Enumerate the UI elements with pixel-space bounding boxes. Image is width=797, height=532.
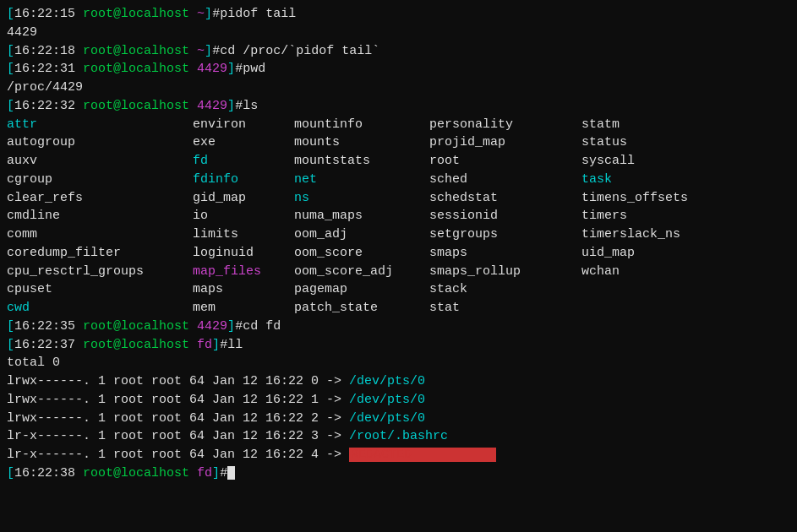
ls-item: oom_score_adj xyxy=(294,263,429,281)
ls-item: timens_offsets xyxy=(581,189,734,208)
ls-item: sessionid xyxy=(429,207,581,225)
prompt-bracket: [ xyxy=(7,7,14,21)
terminal-prompt-final[interactable]: [16:22:38 root@localhost fd]# xyxy=(7,464,790,483)
ls-item: setgroups xyxy=(429,225,581,244)
ls-item: patch_state xyxy=(294,299,429,318)
terminal-line-ll: [16:22:37 root@localhost fd]#ll xyxy=(7,336,790,355)
ls-item: net xyxy=(294,171,429,189)
ls-item: smaps_rollup xyxy=(429,263,581,281)
ls-item xyxy=(581,299,734,318)
terminal-line-1: [16:22:15 root@localhost ~]#pidof tail xyxy=(7,5,790,24)
ls-item: timers xyxy=(581,207,734,225)
terminal-line-6: [16:22:32 root@localhost 4429]#ls xyxy=(7,97,790,116)
ls-item: cwd xyxy=(7,299,193,318)
terminal-line-total: total 0 xyxy=(7,354,790,372)
ls-item: cpuset xyxy=(7,280,193,299)
ls-item: sched xyxy=(429,171,581,189)
terminal-line-4: [16:22:31 root@localhost 4429]#pwd xyxy=(7,60,790,79)
ll-row-1: lrwx------. 1 root root 64 Jan 12 16:22 … xyxy=(7,391,790,410)
ls-item: io xyxy=(193,207,294,225)
ls-item: stat xyxy=(429,299,581,318)
ls-item: root xyxy=(429,152,581,171)
ls-item: environ xyxy=(193,116,294,134)
ls-item: cmdline xyxy=(7,207,193,225)
ls-item: exe xyxy=(193,133,294,152)
ls-item: wchan xyxy=(581,263,734,281)
prompt-bracket xyxy=(189,7,197,21)
ls-item: personality xyxy=(429,116,581,134)
ls-item: timerslack_ns xyxy=(581,225,734,244)
terminal-cursor xyxy=(227,466,235,480)
ls-item: loginuid xyxy=(193,244,294,263)
terminal-line-3: [16:22:18 root@localhost ~]#cd /proc/`pi… xyxy=(7,42,790,61)
ls-item: task xyxy=(581,171,734,189)
ls-item: coredump_filter xyxy=(7,244,193,263)
ls-item xyxy=(581,280,734,299)
ls-item: oom_adj xyxy=(294,225,429,244)
ls-item: schedstat xyxy=(429,189,581,208)
ls-item: ns xyxy=(294,189,429,208)
ls-item: auxv xyxy=(7,152,193,171)
ls-item: map_files xyxy=(193,263,294,281)
ls-item: fd xyxy=(193,152,294,171)
terminal-line-5: /proc/4429 xyxy=(7,79,790,97)
prompt-user-host: root@localhost xyxy=(83,7,189,21)
ls-item: maps xyxy=(193,280,294,299)
ls-item: limits xyxy=(193,225,294,244)
ls-item: pagemap xyxy=(294,280,429,299)
prompt-hash: #pidof tail xyxy=(212,7,296,21)
redacted-target: REDACTED xyxy=(349,448,496,462)
ls-item-clear-refs: clear_refs xyxy=(7,189,193,208)
ls-item: uid_map xyxy=(581,244,734,263)
ls-output: attr environ mountinfo personality statm… xyxy=(7,116,790,318)
terminal-line-cd-fd: [16:22:35 root@localhost 4429]#cd fd xyxy=(7,318,790,336)
ls-item: gid_map xyxy=(193,189,294,208)
terminal-line-2: 4429 xyxy=(7,24,790,42)
ls-item: attr xyxy=(7,116,193,134)
ls-item: autogroup xyxy=(7,133,193,152)
ls-item: cpu_resctrl_groups xyxy=(7,263,193,281)
prompt-bracket xyxy=(75,7,83,21)
ls-item: comm xyxy=(7,225,193,244)
ls-item: numa_maps xyxy=(294,207,429,225)
prompt-bracket: ] xyxy=(205,7,212,21)
prompt-time: 16:22:15 xyxy=(14,7,75,21)
ll-row-3: lr-x------. 1 root root 64 Jan 12 16:22 … xyxy=(7,427,790,446)
ll-row-2: lrwx------. 1 root root 64 Jan 12 16:22 … xyxy=(7,410,790,428)
ls-item: mounts xyxy=(294,133,429,152)
ll-row-0: lrwx------. 1 root root 64 Jan 12 16:22 … xyxy=(7,372,790,391)
ls-item: status xyxy=(581,133,734,152)
terminal: [16:22:15 root@localhost ~]#pidof tail 4… xyxy=(7,5,790,483)
ls-item: smaps xyxy=(429,244,581,263)
ls-item: cgroup xyxy=(7,171,193,189)
ls-item: statm xyxy=(581,116,734,134)
ls-item: stack xyxy=(429,280,581,299)
ls-item: mountstats xyxy=(294,152,429,171)
ls-item: fdinfo xyxy=(193,171,294,189)
ls-item: projid_map xyxy=(429,133,581,152)
ls-item: syscall xyxy=(581,152,734,171)
ls-item: mountinfo xyxy=(294,116,429,134)
ls-item: oom_score xyxy=(294,244,429,263)
ls-item: mem xyxy=(193,299,294,318)
ll-row-4: lr-x------. 1 root root 64 Jan 12 16:22 … xyxy=(7,446,790,464)
prompt-dir: ~ xyxy=(197,7,205,21)
